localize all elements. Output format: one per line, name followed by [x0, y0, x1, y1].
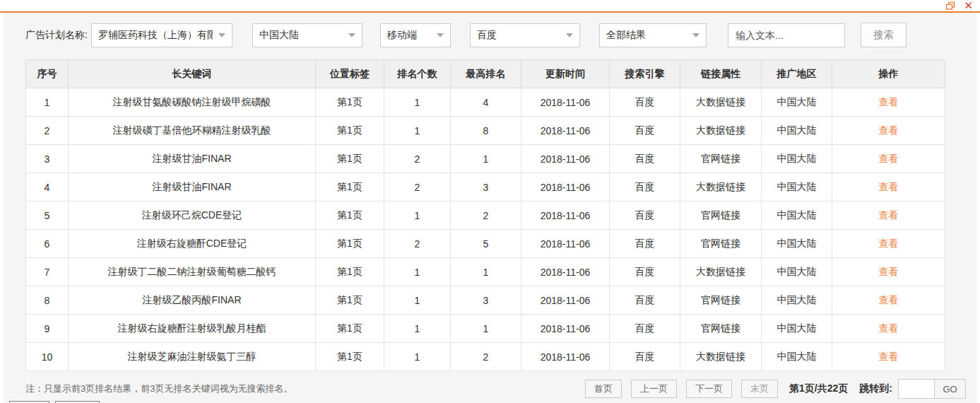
column-header-keyword: 长关键词	[69, 60, 316, 88]
device-select[interactable]: 移动端	[380, 23, 451, 47]
jump-page-input[interactable]	[898, 379, 935, 399]
cell-link-type: 官网链接	[680, 230, 762, 258]
cell-rank-count: 1	[384, 286, 451, 315]
prev-page-button[interactable]: 上一页	[631, 380, 677, 398]
view-link[interactable]: 查看	[879, 238, 899, 249]
column-header-best-rank: 最高排名	[451, 60, 521, 88]
cell-search-engine: 百度	[610, 230, 680, 258]
table-row: 9注射级右旋糖酐注射级乳酸月桂酯第1页112018-11-06百度官网链接中国大…	[26, 315, 945, 343]
cell-action: 查看	[832, 230, 945, 258]
view-link[interactable]: 查看	[879, 209, 899, 221]
cell-position-tag: 第1页	[316, 230, 384, 258]
pagination: 首页 上一页 下一页 末页 第1页/共22页 跳转到: GO	[576, 379, 966, 399]
view-link[interactable]: 查看	[879, 181, 899, 192]
cell-search-engine: 百度	[610, 343, 680, 371]
cell-update-time: 2018-11-06	[521, 88, 610, 117]
cell-position-tag: 第1页	[316, 145, 384, 173]
table-row: 4注射级甘油FINAR第1页232018-11-06百度大数据链接中国大陆查看	[26, 173, 945, 202]
plan-select-value: 罗辅医药科技（上海）有限公...	[98, 29, 213, 42]
cell-best-rank: 5	[451, 230, 521, 258]
cell-action: 查看	[832, 173, 945, 202]
cell-region: 中国大陆	[762, 258, 832, 286]
column-header-position-tag: 位置标签	[316, 60, 384, 88]
restore-window-icon[interactable]	[945, 1, 955, 11]
cell-rank-count: 1	[384, 202, 451, 230]
cell-action: 查看	[832, 145, 945, 173]
table-row: 2注射级磺丁基倍他环糊精注射级乳酸第1页182018-11-06百度大数据链接中…	[26, 117, 945, 145]
cell-position-tag: 第1页	[316, 315, 384, 343]
cell-link-type: 大数据链接	[680, 117, 762, 145]
cell-search-engine: 百度	[610, 258, 680, 286]
cell-action: 查看	[832, 315, 945, 343]
plan-select[interactable]: 罗辅医药科技（上海）有限公...	[91, 23, 232, 47]
cell-update-time: 2018-11-06	[521, 258, 610, 286]
search-input[interactable]	[728, 23, 845, 47]
cell-action: 查看	[832, 88, 945, 117]
last-page-button[interactable]: 末页	[741, 380, 778, 398]
plan-name-label: 广告计划名称:	[25, 29, 91, 42]
cell-search-engine: 百度	[610, 88, 680, 117]
cell-search-engine: 百度	[610, 117, 680, 145]
view-link[interactable]: 查看	[879, 322, 899, 334]
cell-keyword: 注射级芝麻油注射级氨丁三醇	[69, 343, 316, 371]
cell-search-engine: 百度	[610, 173, 680, 202]
cell-keyword: 注射级环己烷CDE登记	[69, 202, 316, 230]
cell-index: 3	[26, 145, 69, 173]
cell-keyword: 注射级丁二酸二钠注射级葡萄糖二酸钙	[69, 258, 316, 286]
cell-index: 9	[26, 315, 69, 343]
engine-select[interactable]: 百度	[470, 23, 580, 47]
view-link[interactable]: 查看	[879, 294, 899, 305]
table-row: 1注射级甘氨酸碳酸钠注射级甲烷磺酸第1页142018-11-06百度大数据链接中…	[26, 88, 945, 117]
table-row: 5注射级环己烷CDE登记第1页122018-11-06百度官网链接中国大陆查看	[26, 202, 945, 230]
cell-keyword: 注射级甘油FINAR	[69, 145, 316, 173]
cell-link-type: 官网链接	[680, 145, 762, 173]
column-header-update-time: 更新时间	[521, 60, 610, 88]
cell-rank-count: 1	[384, 258, 451, 286]
cell-position-tag: 第1页	[316, 202, 384, 230]
first-page-button[interactable]: 首页	[585, 380, 622, 398]
cell-keyword: 注射级甘油FINAR	[69, 173, 316, 202]
result-select[interactable]: 全部结果	[599, 23, 707, 47]
next-page-button[interactable]: 下一页	[686, 380, 732, 398]
close-window-icon[interactable]: ✕	[964, 1, 973, 11]
chevron-down-icon	[692, 33, 699, 37]
cell-index: 8	[26, 286, 69, 315]
jump-group: GO	[898, 379, 966, 399]
cell-keyword: 注射级右旋糖酐注射级乳酸月桂酯	[69, 315, 316, 343]
title-bar: ✕	[0, 0, 980, 13]
column-header-rank-count: 排名个数	[384, 60, 451, 88]
cell-region: 中国大陆	[762, 173, 832, 202]
cell-update-time: 2018-11-06	[521, 145, 610, 173]
cell-update-time: 2018-11-06	[521, 117, 610, 145]
cell-search-engine: 百度	[610, 202, 680, 230]
keyword-ranking-table: 序号长关键词位置标签排名个数最高排名更新时间搜索引擎链接属性推广地区操作 1注射…	[25, 59, 945, 371]
cell-rank-count: 2	[384, 173, 451, 202]
view-link[interactable]: 查看	[879, 124, 899, 136]
view-link[interactable]: 查看	[879, 153, 899, 164]
view-link[interactable]: 查看	[879, 96, 899, 107]
view-link[interactable]: 查看	[879, 351, 899, 362]
cell-link-type: 官网链接	[680, 202, 762, 230]
cell-position-tag: 第1页	[316, 343, 384, 371]
cell-position-tag: 第1页	[316, 88, 384, 117]
cell-update-time: 2018-11-06	[521, 230, 610, 258]
cell-link-type: 大数据链接	[680, 88, 762, 117]
footer-bar: 注：只显示前3页排名结果，前3页无排名关键词视为无搜索排名。 首页 上一页 下一…	[25, 379, 966, 399]
cell-index: 2	[26, 117, 69, 145]
cell-link-type: 大数据链接	[680, 258, 762, 286]
go-button[interactable]: GO	[934, 379, 966, 399]
cell-link-type: 官网链接	[680, 286, 762, 315]
cell-link-type: 官网链接	[680, 315, 762, 343]
cell-rank-count: 2	[384, 230, 451, 258]
cell-rank-count: 2	[384, 145, 451, 173]
device-select-value: 移动端	[387, 29, 417, 42]
view-link[interactable]: 查看	[879, 266, 899, 277]
close-icon: ✕	[964, 1, 973, 11]
region-select[interactable]: 中国大陆	[252, 23, 362, 47]
cell-index: 5	[26, 202, 69, 230]
cell-best-rank: 4	[451, 88, 521, 117]
search-button[interactable]: 搜索	[861, 23, 907, 47]
chevron-down-icon	[348, 33, 355, 37]
column-header-region: 推广地区	[762, 60, 832, 88]
cell-position-tag: 第1页	[316, 173, 384, 202]
